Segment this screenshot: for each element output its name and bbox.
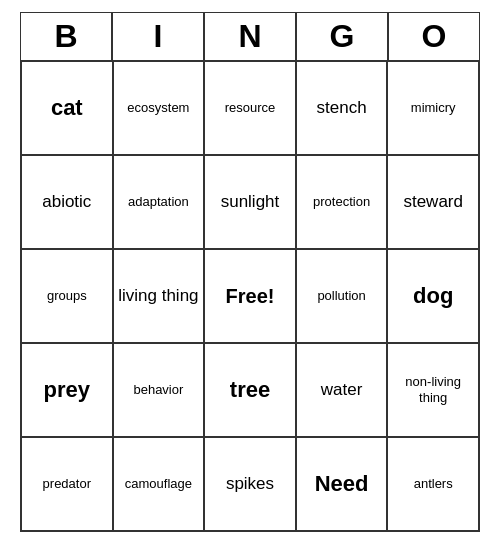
cell-r4-c3: Need [296, 437, 388, 531]
cell-text-r1-c1: adaptation [128, 194, 189, 210]
cell-r0-c0: cat [21, 61, 113, 155]
cell-r1-c3: protection [296, 155, 388, 249]
cell-r3-c4: non-living thing [387, 343, 479, 437]
cell-text-r1-c3: protection [313, 194, 370, 210]
bingo-grid: catecosystemresourcestenchmimicryabiotic… [20, 60, 480, 532]
cell-text-r4-c4: antlers [414, 476, 453, 492]
header-letter-B: B [20, 12, 112, 60]
cell-text-r0-c3: stench [317, 98, 367, 118]
cell-text-r2-c3: pollution [317, 288, 365, 304]
cell-r1-c0: abiotic [21, 155, 113, 249]
cell-r3-c0: prey [21, 343, 113, 437]
cell-r2-c0: groups [21, 249, 113, 343]
cell-r3-c3: water [296, 343, 388, 437]
cell-text-r4-c0: predator [43, 476, 91, 492]
header-letter-I: I [112, 12, 204, 60]
cell-text-r3-c0: prey [44, 377, 90, 403]
cell-text-r2-c0: groups [47, 288, 87, 304]
cell-r3-c2: tree [204, 343, 296, 437]
cell-r2-c4: dog [387, 249, 479, 343]
cell-r3-c1: behavior [113, 343, 205, 437]
bingo-header: BINGO [20, 12, 480, 60]
cell-r4-c2: spikes [204, 437, 296, 531]
cell-text-r0-c2: resource [225, 100, 276, 116]
bingo-card: BINGO catecosystemresourcestenchmimicrya… [20, 12, 480, 532]
cell-r4-c4: antlers [387, 437, 479, 531]
cell-r0-c2: resource [204, 61, 296, 155]
cell-text-r3-c1: behavior [133, 382, 183, 398]
cell-r4-c1: camouflage [113, 437, 205, 531]
cell-text-r0-c0: cat [51, 95, 83, 121]
cell-text-r3-c2: tree [230, 377, 270, 403]
cell-text-r0-c4: mimicry [411, 100, 456, 116]
cell-r4-c0: predator [21, 437, 113, 531]
header-letter-N: N [204, 12, 296, 60]
cell-text-r3-c3: water [321, 380, 363, 400]
cell-text-r0-c1: ecosystem [127, 100, 189, 116]
cell-text-r2-c2: Free! [226, 284, 275, 308]
cell-text-r1-c2: sunlight [221, 192, 280, 212]
cell-r2-c3: pollution [296, 249, 388, 343]
cell-text-r4-c2: spikes [226, 474, 274, 494]
cell-r0-c3: stench [296, 61, 388, 155]
cell-text-r4-c3: Need [315, 471, 369, 497]
cell-r2-c2: Free! [204, 249, 296, 343]
header-letter-G: G [296, 12, 388, 60]
cell-r1-c1: adaptation [113, 155, 205, 249]
cell-text-r2-c1: living thing [118, 286, 198, 306]
cell-r0-c1: ecosystem [113, 61, 205, 155]
cell-text-r1-c0: abiotic [42, 192, 91, 212]
cell-text-r2-c4: dog [413, 283, 453, 309]
header-letter-O: O [388, 12, 480, 60]
cell-r1-c4: steward [387, 155, 479, 249]
cell-r2-c1: living thing [113, 249, 205, 343]
cell-text-r3-c4: non-living thing [392, 374, 474, 405]
cell-text-r4-c1: camouflage [125, 476, 192, 492]
cell-r1-c2: sunlight [204, 155, 296, 249]
cell-text-r1-c4: steward [403, 192, 463, 212]
cell-r0-c4: mimicry [387, 61, 479, 155]
